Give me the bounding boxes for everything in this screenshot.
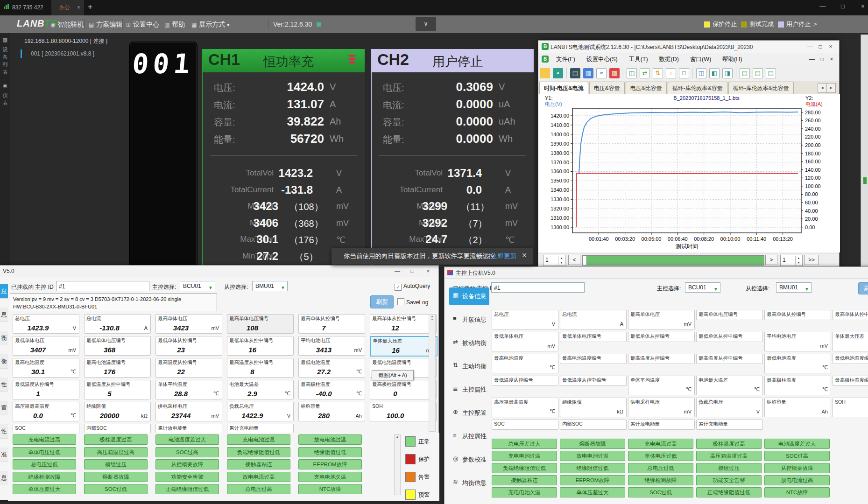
grid-cell-最高单体电压[interactable]: 最高单体电压mV — [628, 310, 695, 329]
fault-button-总电压差过大[interactable]: 总电压差过大 — [492, 439, 557, 449]
maximize-icon[interactable]: □ — [407, 267, 418, 275]
menu-item-均衡信息[interactable]: ≋均衡信息 — [449, 474, 489, 492]
window-minimize-button[interactable]: — — [816, 0, 830, 13]
fault-button-NTC故障[interactable]: NTC故障 — [298, 484, 362, 494]
report-icon[interactable]: ▦ — [583, 68, 593, 78]
grid-cell-高压箱最高温度[interactable]: 高压箱最高温度0.0℃ — [13, 402, 79, 421]
fault-button-总电压过低[interactable]: 总电压过低 — [13, 459, 76, 469]
fault-button-充电电池过温[interactable]: 充电电池过温 — [227, 434, 290, 445]
menu-item-从控属性[interactable]: ≡从控属性 — [449, 427, 489, 445]
grid-cell-累计充电能量[interactable]: 累计充电能量 — [696, 420, 763, 430]
grid-cell-最高温度从控编号[interactable]: 最高温度从控编号22 — [155, 358, 222, 378]
mounted-id-input[interactable]: #1 — [56, 281, 149, 291]
fault-button-NTC故障[interactable]: NTC故障 — [764, 487, 830, 497]
gauge-icon[interactable]: ◉ — [0, 83, 10, 89]
grid-cell-最低单体电压[interactable]: 最低单体电压3407mV — [13, 336, 79, 356]
slave-select-combo[interactable]: BMU01▼ — [252, 281, 288, 291]
device-host-row[interactable]: 192.168.1.80:8000-12000 [ 连接 ] — [24, 37, 107, 45]
fault-button-模组过压[interactable]: 模组过压 — [696, 463, 762, 473]
grid-cell-单体平均温度[interactable]: 单体平均温度℃ — [628, 376, 695, 395]
side-tab-2[interactable]: 息 — [0, 308, 8, 322]
menu-item-并簇信息[interactable]: ≡并簇信息 — [449, 311, 489, 329]
grid-cell-最高电池温度[interactable]: 最高电池温度℃ — [492, 354, 558, 373]
side-tab-1[interactable]: 息 — [0, 284, 8, 299]
channel-header[interactable]: CH2用户停止 — [372, 49, 534, 72]
grid-cell-最低单体电压编号[interactable]: 最低单体电压编号 — [560, 332, 627, 342]
grid-cell-最低单体从控中编号[interactable]: 最低单体从控中编号16 — [227, 336, 294, 356]
fault-button-充电电流过高[interactable]: 充电电流过高 — [628, 439, 693, 449]
grid-cell-最低温度从控中编号[interactable]: 最低温度从控中编号5 — [84, 380, 151, 399]
grid-cell-总电流[interactable]: 总电流A — [560, 310, 627, 329]
menu-6[interactable]: 帮助(H) — [717, 53, 748, 66]
grid-cell-最低单体电压编号[interactable]: 最低单体电压编号368 — [84, 336, 151, 356]
fault-button-绝缘阻值过低[interactable]: 绝缘阻值过低 — [560, 463, 625, 473]
side-tab-9[interactable]: 息 — [0, 471, 8, 485]
device-item-row[interactable]: 001 [ 20230621001,v8.8 ] — [31, 50, 94, 57]
grid-cell-最低单体从控编号[interactable]: 最低单体从控编号 — [628, 332, 695, 342]
master-select-combo[interactable]: BCU01▼ — [180, 281, 215, 291]
grid-cell-最高电池温度编号[interactable]: 最高电池温度编号176 — [84, 358, 151, 378]
buttons-scrollbar[interactable]: ▲ — [394, 434, 401, 495]
grid-cell-最高极柱温度编号[interactable]: 最高极柱温度编号0 — [370, 380, 437, 399]
grid-cell-负载总电压[interactable]: 负载总电压1422.9V — [227, 402, 294, 421]
refresh-button[interactable]: 刷新 — [858, 282, 868, 294]
menu-2[interactable]: 设置中心(S) — [581, 53, 623, 66]
menu-item-主控属性[interactable]: ≣主控属性 — [449, 381, 489, 399]
fault-button-单体压差过大[interactable]: 单体压差过大 — [560, 487, 625, 497]
fault-button-电池温度差过大[interactable]: 电池温度差过大 — [764, 439, 830, 449]
dual-pane-icon[interactable]: ◫ — [696, 68, 706, 78]
fault-button-负端绝缘阻值过低[interactable]: 负端绝缘阻值过低 — [227, 447, 290, 457]
calendar-alert-icon[interactable]: ▦ — [609, 68, 620, 78]
grid-cell-绝缘阻值[interactable]: 绝缘阻值kΩ — [560, 398, 627, 417]
grid-cell-SOC[interactable]: SOC — [492, 420, 558, 430]
chart-close-icon[interactable]: × — [826, 42, 835, 51]
fault-button-放电电流过高[interactable]: 放电电流过高 — [227, 472, 290, 482]
grid-cell-电池最大温差[interactable]: 电池最大温差2.9℃ — [227, 380, 294, 399]
fault-button-熔断器故障[interactable]: 熔断器故障 — [560, 439, 625, 449]
spinner-down-icon[interactable]: ▼ — [795, 260, 802, 265]
tab-office[interactable]: 办公 × — [51, 0, 84, 15]
chart-scrollbar-thumb[interactable] — [586, 256, 764, 265]
open-file-icon[interactable] — [540, 68, 550, 78]
fault-button-接触器粘连[interactable]: 接触器粘连 — [492, 475, 557, 485]
fault-button-充电电流过高[interactable]: 充电电流过高 — [13, 434, 76, 445]
table-view-3-icon[interactable]: ▤ — [766, 68, 776, 78]
savelog-checkbox[interactable]: SaveLog — [397, 298, 428, 306]
master-select-combo[interactable]: BCU01▼ — [685, 282, 720, 293]
autoquery-checkbox[interactable]: ✓AutoQuery — [395, 283, 430, 291]
mounted-id-input[interactable]: #1 — [491, 282, 585, 293]
fault-button-从控概要故障[interactable]: 从控概要故障 — [155, 459, 219, 469]
new-tab-button[interactable]: + — [88, 2, 92, 12]
right-window-titlebar[interactable]: 主控上位机V5.0 — [445, 267, 868, 279]
grid-cell-SOH[interactable]: SOH100.0% — [370, 402, 437, 421]
side-tab-5[interactable]: 性 — [0, 378, 8, 392]
grid-cell-平均电池电压[interactable]: 平均电池电压mV — [764, 332, 831, 351]
grid-cell-最低电池温度[interactable]: 最低电池温度27.2℃ — [298, 358, 365, 378]
grid-cell-最高单体从控编号[interactable]: 最高单体从控编号 — [764, 310, 831, 320]
split-h-icon[interactable]: ◫ — [627, 68, 637, 78]
fault-button-模组过压[interactable]: 模组过压 — [84, 459, 148, 469]
menu-item-被动均衡[interactable]: ⇄被动均衡 — [449, 334, 489, 352]
fault-button-正端绝缘阻值过低[interactable]: 正端绝缘阻值过低 — [155, 484, 219, 494]
menu-4[interactable]: 数据(D) — [654, 53, 685, 66]
side-tab-4[interactable]: 衡 — [0, 354, 8, 369]
fault-button-功能安全告警[interactable]: 功能安全告警 — [155, 472, 219, 482]
fault-button-总电压过高[interactable]: 总电压过高 — [227, 484, 290, 494]
page-spinner-left[interactable]: 1 ▲ ▼ — [543, 255, 565, 266]
grid-cell-最低温度从控中编号[interactable]: 最低温度从控中编号 — [560, 376, 627, 386]
tab-scroll-right-icon[interactable]: ▸ — [826, 83, 836, 93]
merge-h-icon[interactable]: ⇄ — [640, 68, 650, 78]
fault-button-负端绝缘阻值过低[interactable]: 负端绝缘阻值过低 — [492, 463, 557, 473]
grid-cell-电池最大温差[interactable]: 电池最大温差℃ — [696, 376, 763, 395]
menu-5[interactable]: 窗口(W) — [685, 53, 717, 66]
fault-button-电池温度差过大[interactable]: 电池温度差过大 — [155, 434, 219, 445]
fault-button-放电电池过温[interactable]: 放电电池过温 — [560, 451, 625, 461]
left-window-titlebar[interactable]: V5.0 — □ × — [0, 266, 438, 277]
fault-button-单体电压过低[interactable]: 单体电压过低 — [628, 451, 693, 461]
minimize-icon[interactable]: — — [392, 267, 403, 275]
fault-button-充电电池欠温[interactable]: 充电电池欠温 — [298, 472, 362, 482]
side-tab-6[interactable]: 置 — [0, 401, 8, 415]
grid-cell-最高极柱温度[interactable]: 最高极柱温度-40.0℃ — [298, 380, 365, 399]
grid-cell-平均电池电压[interactable]: 平均电池电压3413mV — [298, 336, 365, 356]
fault-button-放电电流过高[interactable]: 放电电流过高 — [764, 475, 830, 485]
